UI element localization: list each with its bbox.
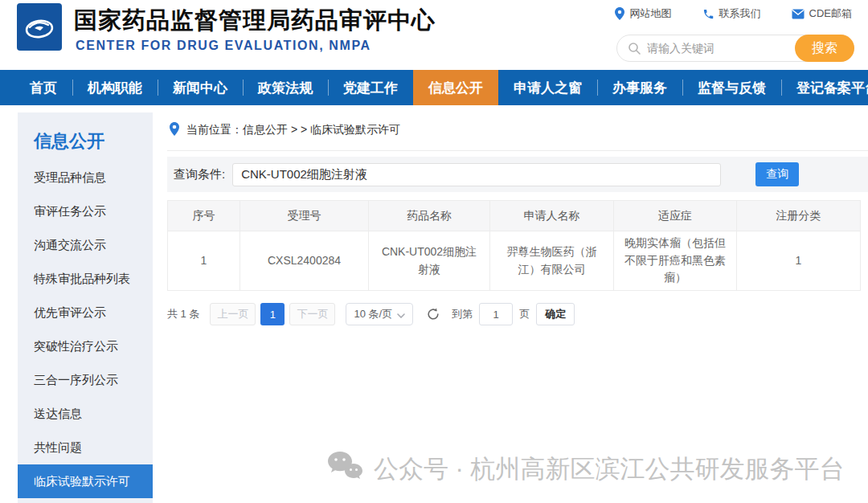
nav-item-applicant-window[interactable]: 申请人之窗 xyxy=(498,70,597,105)
breadcrumb: 当前位置：信息公开 > > 临床试验默示许可 xyxy=(167,112,868,151)
next-page-button[interactable]: 下一页 xyxy=(289,303,335,325)
site-subtitle: CENTER FOR DRUG EVALUATION, NMPA xyxy=(76,39,371,53)
query-input[interactable] xyxy=(232,163,721,186)
nav-item-news[interactable]: 新闻中心 xyxy=(158,70,243,105)
location-pin-icon xyxy=(614,7,625,20)
site-title: 国家药品监督管理局药品审评中心 xyxy=(74,5,436,37)
cell-drug-name: CNK-UT002细胞注射液 xyxy=(369,231,490,291)
goto-page-input[interactable] xyxy=(479,303,513,325)
nav-item-registration-platform[interactable]: 登记备案平台 xyxy=(781,70,868,105)
page-size-select[interactable]: 10 条/页 xyxy=(346,303,413,325)
sidebar-item-special-approval[interactable]: 特殊审批品种列表 xyxy=(18,262,153,296)
query-bar: 查询条件: 查询 xyxy=(167,157,868,192)
nav-item-info-disclosure[interactable]: 信息公开 xyxy=(413,70,498,105)
prev-page-button[interactable]: 上一页 xyxy=(210,303,256,325)
col-registration-category: 注册分类 xyxy=(737,201,861,231)
goto-confirm-button[interactable]: 确定 xyxy=(536,303,575,325)
page-size-value: 10 条/页 xyxy=(354,307,392,321)
main-nav: 首页 机构职能 新闻中心 政策法规 党建工作 信息公开 申请人之窗 办事服务 监… xyxy=(0,70,868,105)
nav-item-home[interactable]: 首页 xyxy=(14,70,72,105)
search-button[interactable]: 搜索 xyxy=(795,35,854,62)
sidebar-item-three-in-one[interactable]: 三合一序列公示 xyxy=(18,363,153,397)
cde-logo xyxy=(17,3,62,51)
sidebar-item-clinical-trial-implied-license[interactable]: 临床试验默示许可 xyxy=(18,464,153,498)
col-drug-name: 药品名称 xyxy=(369,201,490,231)
main-content: 当前位置：信息公开 > > 临床试验默示许可 查询条件: 查询 序号 受理号 药… xyxy=(167,112,868,503)
sidebar: 信息公开 受理品种信息 审评任务公示 沟通交流公示 特殊审批品种列表 优先审评公… xyxy=(18,112,153,503)
sidebar-title: 信息公开 xyxy=(18,112,153,161)
sidebar-item-priority-review[interactable]: 优先审评公示 xyxy=(18,296,153,329)
chevron-down-icon xyxy=(397,309,405,321)
nav-item-policy[interactable]: 政策法规 xyxy=(243,70,328,105)
breadcrumb-pin-icon xyxy=(169,122,180,138)
nav-item-party[interactable]: 党建工作 xyxy=(328,70,413,105)
mail-icon xyxy=(792,9,805,19)
page-number-button[interactable]: 1 xyxy=(260,303,285,325)
link-sitemap[interactable]: 网站地图 xyxy=(614,6,672,21)
sidebar-item-breakthrough-therapy[interactable]: 突破性治疗公示 xyxy=(18,329,153,363)
col-acceptance-number: 受理号 xyxy=(240,201,369,231)
sidebar-item-review-tasks[interactable]: 审评任务公示 xyxy=(18,194,153,228)
site-search: 搜索 xyxy=(616,35,854,62)
goto-page-prefix: 到第 xyxy=(452,307,473,321)
table-row: 1 CXSL2400284 CNK-UT002细胞注射液 羿尊生物医药（浙江）有… xyxy=(168,231,861,291)
nav-item-functions[interactable]: 机构职能 xyxy=(72,70,158,105)
cell-index: 1 xyxy=(168,231,240,291)
link-mailbox-label: CDE邮箱 xyxy=(809,6,852,21)
header-quick-links: 网站地图 联系我们 CDE邮箱 xyxy=(614,6,852,21)
nav-item-supervision[interactable]: 监督与反馈 xyxy=(682,70,781,105)
link-sitemap-label: 网站地图 xyxy=(630,6,672,21)
results-table: 序号 受理号 药品名称 申请人名称 适应症 注册分类 1 CXSL2400284… xyxy=(167,200,861,291)
pagination: 共 1 条 上一页 1 下一页 10 条/页 到第 页 确定 xyxy=(167,303,868,325)
phone-icon xyxy=(702,8,714,20)
cell-acceptance-number: CXSL2400284 xyxy=(240,231,369,291)
sidebar-item-delivery-info[interactable]: 送达信息 xyxy=(18,397,153,431)
refresh-icon[interactable] xyxy=(426,307,440,321)
results-header-row: 序号 受理号 药品名称 申请人名称 适应症 注册分类 xyxy=(168,201,861,231)
search-icon xyxy=(628,42,641,55)
cell-applicant-name: 羿尊生物医药（浙江）有限公司 xyxy=(490,231,614,291)
col-index: 序号 xyxy=(168,201,240,231)
sidebar-item-accepted-varieties[interactable]: 受理品种信息 xyxy=(18,161,153,194)
link-contact[interactable]: 联系我们 xyxy=(702,6,761,21)
site-header: 国家药品监督管理局药品审评中心 CENTER FOR DRUG EVALUATI… xyxy=(0,0,868,70)
goto-page-suffix: 页 xyxy=(519,307,530,321)
breadcrumb-text: 当前位置：信息公开 > > 临床试验默示许可 xyxy=(186,123,400,137)
sidebar-item-communication[interactable]: 沟通交流公示 xyxy=(18,228,153,262)
nav-item-services[interactable]: 办事服务 xyxy=(597,70,682,105)
link-mailbox[interactable]: CDE邮箱 xyxy=(792,6,852,21)
cde-logo-icon xyxy=(22,10,57,45)
page: 国家药品监督管理局药品审评中心 CENTER FOR DRUG EVALUATI… xyxy=(0,0,868,503)
link-contact-label: 联系我们 xyxy=(719,6,761,21)
cell-registration-category: 1 xyxy=(737,231,861,291)
pagination-total: 共 1 条 xyxy=(167,307,199,321)
query-label: 查询条件: xyxy=(174,167,225,182)
cell-indication: 晚期实体瘤（包括但不限于肝癌和黑色素瘤） xyxy=(614,231,737,291)
query-button[interactable]: 查询 xyxy=(755,162,799,186)
sidebar-item-common-issues[interactable]: 共性问题 xyxy=(18,431,153,464)
col-applicant-name: 申请人名称 xyxy=(490,201,614,231)
col-indication: 适应症 xyxy=(614,201,737,231)
